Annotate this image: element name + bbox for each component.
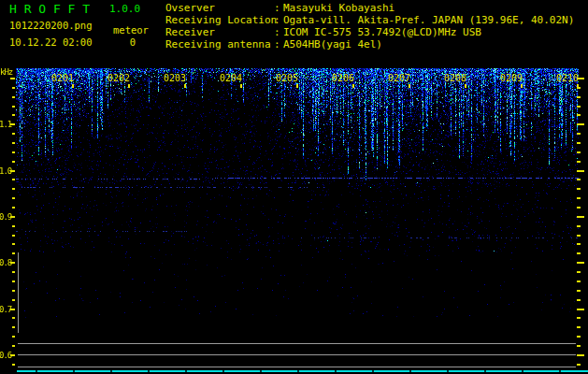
freq-tick-left [12,87,15,89]
hrofft-screen: H R O F F T 1.0.0 1012220200.png meteor … [0,0,588,374]
freq-tick-left [12,364,15,366]
freq-tick-left [12,133,15,135]
grey-reference-line [18,354,576,355]
grey-reference-vline [18,252,19,333]
freq-label: 0.6 [0,351,11,360]
freq-tick-left [12,151,15,153]
level-bar-notch [222,370,224,372]
freq-tick-left [12,326,15,328]
time-tick [72,84,74,88]
freq-tick-right [577,179,581,180]
freq-tick-left [12,96,15,98]
time-label: 0205 [273,74,298,83]
freq-tick-left [12,142,15,144]
time-label: 0207 [385,74,410,83]
freq-label: 0.9 [0,212,11,222]
level-bar-notch [73,370,75,372]
freq-tick-right [577,197,581,199]
freq-tick-right [577,290,581,292]
freq-tick-right [577,317,581,319]
level-bar-notch [260,370,262,372]
time-tick [352,84,354,88]
freq-tick-left [12,243,15,245]
freq-label: 0.8 [0,258,11,267]
time-label: 0201 [49,74,74,83]
level-bar-notch [148,370,150,372]
freq-label: 1.0 [0,166,11,176]
freq-tick-left [12,161,15,163]
time-tick [465,84,466,88]
signal-level-bar [17,370,588,372]
time-tick [577,84,579,88]
freq-tick-right [577,133,581,135]
freq-tick-left [10,78,15,79]
freq-tick-right [577,96,581,98]
freq-tick-right [577,309,584,310]
freq-tick-left [12,106,15,108]
freq-tick-right [577,106,581,108]
time-tick [128,84,130,88]
level-bar-notch [372,370,374,372]
freq-tick-right [577,336,581,338]
freq-tick-left [12,280,15,282]
grey-reference-line [18,367,576,367]
level-bar-notch [297,370,299,372]
level-bar-notch [484,370,486,372]
freq-tick-right [577,326,581,328]
freq-tick-left [12,235,15,237]
freq-tick-right [577,271,581,273]
freq-tick-left [12,290,15,292]
freq-tick-right [577,364,581,366]
time-tick [296,84,298,88]
freq-tick-left [12,345,15,347]
level-bar-notch [522,370,523,372]
freq-tick-right [577,243,581,245]
freq-tick-left [12,179,15,180]
freq-tick-right [577,123,584,125]
grey-reference-line [18,343,576,344]
freq-label: 1.1 [0,120,11,129]
time-label: 0204 [217,74,242,83]
freq-tick-left [12,252,15,254]
time-label: 0202 [105,74,130,83]
level-bar-notch [409,370,411,372]
freq-tick-left [12,317,15,319]
freq-tick-right [577,235,581,237]
time-label: 0209 [497,74,523,83]
level-bar-notch [559,370,561,372]
freq-tick-left [12,225,15,227]
level-bar-notch [335,370,337,372]
freq-tick-right [577,262,584,264]
freq-tick-right [577,142,581,144]
freq-tick-left [12,336,15,338]
freq-tick-right [577,354,584,356]
freq-tick-right [577,280,581,282]
freq-tick-left [12,114,15,116]
time-label: 0206 [329,74,354,83]
freq-tick-right [577,207,581,209]
level-bar-notch [36,370,37,372]
freq-tick-right [577,345,581,347]
freq-tick-right [577,114,581,116]
freq-tick-left [12,271,15,273]
freq-tick-left [12,299,15,301]
time-label: 0210 [553,74,579,83]
level-bar-notch [447,370,449,372]
axes-layer: 1.11.00.90.80.70.60201020202030204020502… [0,0,588,374]
time-tick [409,84,410,88]
freq-tick-right [577,170,584,172]
freq-tick-right [577,151,581,153]
freq-tick-right [577,225,581,227]
time-tick [184,84,186,88]
freq-label: 0.7 [0,305,11,314]
level-bar-notch [110,370,112,372]
freq-tick-right [577,216,584,218]
level-bar-notch [185,370,187,372]
freq-tick-right [577,161,581,163]
time-label: 0208 [441,74,466,83]
freq-tick-left [12,197,15,199]
freq-tick-right [577,252,581,254]
freq-tick-right [577,188,581,190]
time-tick [240,84,242,88]
freq-tick-left [12,207,15,209]
